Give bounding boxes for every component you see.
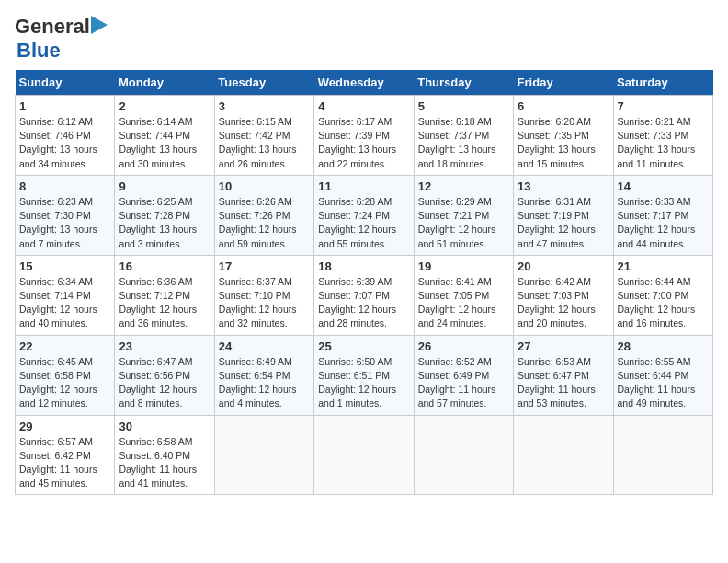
day-number: 1 bbox=[19, 99, 110, 113]
day-number: 3 bbox=[219, 99, 310, 113]
col-tuesday: Tuesday bbox=[214, 70, 313, 96]
day-info: Sunrise: 6:14 AMSunset: 7:44 PMDaylight:… bbox=[119, 115, 210, 171]
day-number: 16 bbox=[119, 259, 210, 273]
day-number: 23 bbox=[119, 339, 210, 353]
day-info: Sunrise: 6:34 AMSunset: 7:14 PMDaylight:… bbox=[19, 275, 110, 331]
calendar-cell bbox=[214, 415, 313, 495]
day-number: 27 bbox=[518, 339, 609, 353]
day-info: Sunrise: 6:39 AMSunset: 7:07 PMDaylight:… bbox=[318, 275, 409, 331]
day-info: Sunrise: 6:41 AMSunset: 7:05 PMDaylight:… bbox=[418, 275, 509, 331]
calendar-cell: 19Sunrise: 6:41 AMSunset: 7:05 PMDayligh… bbox=[414, 255, 513, 335]
page-header: General Blue bbox=[15, 15, 713, 63]
day-number: 29 bbox=[19, 419, 110, 433]
calendar-cell: 2Sunrise: 6:14 AMSunset: 7:44 PMDaylight… bbox=[115, 96, 214, 176]
calendar-week-row: 8Sunrise: 6:23 AMSunset: 7:30 PMDaylight… bbox=[16, 175, 713, 255]
calendar-week-row: 29Sunrise: 6:57 AMSunset: 6:42 PMDayligh… bbox=[16, 415, 713, 495]
col-sunday: Sunday bbox=[16, 70, 115, 96]
calendar-cell: 5Sunrise: 6:18 AMSunset: 7:37 PMDaylight… bbox=[414, 96, 513, 176]
col-friday: Friday bbox=[514, 70, 613, 96]
day-info: Sunrise: 6:36 AMSunset: 7:12 PMDaylight:… bbox=[119, 275, 210, 331]
calendar-table: Sunday Monday Tuesday Wednesday Thursday… bbox=[15, 70, 713, 495]
day-number: 10 bbox=[219, 179, 310, 193]
calendar-cell: 30Sunrise: 6:58 AMSunset: 6:40 PMDayligh… bbox=[115, 415, 214, 495]
day-info: Sunrise: 6:15 AMSunset: 7:42 PMDaylight:… bbox=[219, 115, 310, 171]
calendar-week-row: 22Sunrise: 6:45 AMSunset: 6:58 PMDayligh… bbox=[16, 335, 713, 415]
calendar-cell: 8Sunrise: 6:23 AMSunset: 7:30 PMDaylight… bbox=[16, 175, 115, 255]
calendar-cell bbox=[314, 415, 414, 495]
day-info: Sunrise: 6:44 AMSunset: 7:00 PMDaylight:… bbox=[618, 275, 709, 331]
day-number: 21 bbox=[618, 259, 709, 273]
calendar-cell: 18Sunrise: 6:39 AMSunset: 7:07 PMDayligh… bbox=[314, 255, 414, 335]
calendar-cell: 9Sunrise: 6:25 AMSunset: 7:28 PMDaylight… bbox=[115, 175, 214, 255]
calendar-cell: 28Sunrise: 6:55 AMSunset: 6:44 PMDayligh… bbox=[613, 335, 712, 415]
day-info: Sunrise: 6:49 AMSunset: 6:54 PMDaylight:… bbox=[219, 355, 310, 411]
calendar-cell: 27Sunrise: 6:53 AMSunset: 6:47 PMDayligh… bbox=[514, 335, 613, 415]
calendar-week-row: 1Sunrise: 6:12 AMSunset: 7:46 PMDaylight… bbox=[16, 96, 713, 176]
day-number: 6 bbox=[518, 99, 609, 113]
calendar-cell: 7Sunrise: 6:21 AMSunset: 7:33 PMDaylight… bbox=[613, 96, 712, 176]
day-info: Sunrise: 6:23 AMSunset: 7:30 PMDaylight:… bbox=[19, 195, 110, 251]
calendar-cell bbox=[613, 415, 712, 495]
day-info: Sunrise: 6:50 AMSunset: 6:51 PMDaylight:… bbox=[318, 355, 409, 411]
day-number: 13 bbox=[518, 179, 609, 193]
day-number: 15 bbox=[19, 259, 110, 273]
calendar-cell: 25Sunrise: 6:50 AMSunset: 6:51 PMDayligh… bbox=[314, 335, 414, 415]
col-wednesday: Wednesday bbox=[314, 70, 414, 96]
day-info: Sunrise: 6:25 AMSunset: 7:28 PMDaylight:… bbox=[119, 195, 210, 251]
day-info: Sunrise: 6:29 AMSunset: 7:21 PMDaylight:… bbox=[418, 195, 509, 251]
day-number: 19 bbox=[418, 259, 509, 273]
day-info: Sunrise: 6:31 AMSunset: 7:19 PMDaylight:… bbox=[518, 195, 609, 251]
day-number: 2 bbox=[119, 99, 210, 113]
calendar-week-row: 15Sunrise: 6:34 AMSunset: 7:14 PMDayligh… bbox=[16, 255, 713, 335]
day-info: Sunrise: 6:45 AMSunset: 6:58 PMDaylight:… bbox=[19, 355, 110, 411]
day-info: Sunrise: 6:12 AMSunset: 7:46 PMDaylight:… bbox=[19, 115, 110, 171]
logo: General Blue bbox=[15, 15, 108, 63]
calendar-cell bbox=[514, 415, 613, 495]
calendar-cell bbox=[414, 415, 513, 495]
day-number: 5 bbox=[418, 99, 509, 113]
day-number: 14 bbox=[618, 179, 709, 193]
calendar-cell: 13Sunrise: 6:31 AMSunset: 7:19 PMDayligh… bbox=[514, 175, 613, 255]
calendar-cell: 3Sunrise: 6:15 AMSunset: 7:42 PMDaylight… bbox=[214, 96, 313, 176]
day-info: Sunrise: 6:58 AMSunset: 6:40 PMDaylight:… bbox=[119, 435, 210, 491]
calendar-cell: 21Sunrise: 6:44 AMSunset: 7:00 PMDayligh… bbox=[613, 255, 712, 335]
day-number: 7 bbox=[618, 99, 709, 113]
calendar-header-row: Sunday Monday Tuesday Wednesday Thursday… bbox=[16, 70, 713, 96]
col-monday: Monday bbox=[115, 70, 214, 96]
col-saturday: Saturday bbox=[613, 70, 712, 96]
calendar-cell: 16Sunrise: 6:36 AMSunset: 7:12 PMDayligh… bbox=[115, 255, 214, 335]
calendar-cell: 26Sunrise: 6:52 AMSunset: 6:49 PMDayligh… bbox=[414, 335, 513, 415]
day-info: Sunrise: 6:26 AMSunset: 7:26 PMDaylight:… bbox=[219, 195, 310, 251]
calendar-cell: 11Sunrise: 6:28 AMSunset: 7:24 PMDayligh… bbox=[314, 175, 414, 255]
day-number: 12 bbox=[418, 179, 509, 193]
calendar-cell: 24Sunrise: 6:49 AMSunset: 6:54 PMDayligh… bbox=[214, 335, 313, 415]
calendar-cell: 4Sunrise: 6:17 AMSunset: 7:39 PMDaylight… bbox=[314, 96, 414, 176]
calendar-cell: 12Sunrise: 6:29 AMSunset: 7:21 PMDayligh… bbox=[414, 175, 513, 255]
day-number: 22 bbox=[19, 339, 110, 353]
calendar-cell: 20Sunrise: 6:42 AMSunset: 7:03 PMDayligh… bbox=[514, 255, 613, 335]
day-number: 26 bbox=[418, 339, 509, 353]
calendar-cell: 6Sunrise: 6:20 AMSunset: 7:35 PMDaylight… bbox=[514, 96, 613, 176]
day-number: 30 bbox=[119, 419, 210, 433]
logo-general: General bbox=[15, 15, 90, 39]
calendar-cell: 15Sunrise: 6:34 AMSunset: 7:14 PMDayligh… bbox=[16, 255, 115, 335]
calendar-cell: 10Sunrise: 6:26 AMSunset: 7:26 PMDayligh… bbox=[214, 175, 313, 255]
day-info: Sunrise: 6:18 AMSunset: 7:37 PMDaylight:… bbox=[418, 115, 509, 171]
day-number: 25 bbox=[318, 339, 409, 353]
calendar-cell: 23Sunrise: 6:47 AMSunset: 6:56 PMDayligh… bbox=[115, 335, 214, 415]
day-number: 9 bbox=[119, 179, 210, 193]
day-number: 8 bbox=[19, 179, 110, 193]
day-info: Sunrise: 6:42 AMSunset: 7:03 PMDaylight:… bbox=[518, 275, 609, 331]
day-info: Sunrise: 6:52 AMSunset: 6:49 PMDaylight:… bbox=[418, 355, 509, 411]
day-info: Sunrise: 6:55 AMSunset: 6:44 PMDaylight:… bbox=[618, 355, 709, 411]
day-info: Sunrise: 6:28 AMSunset: 7:24 PMDaylight:… bbox=[318, 195, 409, 251]
day-number: 24 bbox=[219, 339, 310, 353]
calendar-cell: 22Sunrise: 6:45 AMSunset: 6:58 PMDayligh… bbox=[16, 335, 115, 415]
day-info: Sunrise: 6:17 AMSunset: 7:39 PMDaylight:… bbox=[318, 115, 409, 171]
svg-marker-0 bbox=[91, 16, 108, 34]
day-number: 18 bbox=[318, 259, 409, 273]
day-info: Sunrise: 6:57 AMSunset: 6:42 PMDaylight:… bbox=[19, 435, 110, 491]
day-number: 11 bbox=[318, 179, 409, 193]
day-info: Sunrise: 6:21 AMSunset: 7:33 PMDaylight:… bbox=[618, 115, 709, 171]
day-info: Sunrise: 6:47 AMSunset: 6:56 PMDaylight:… bbox=[119, 355, 210, 411]
